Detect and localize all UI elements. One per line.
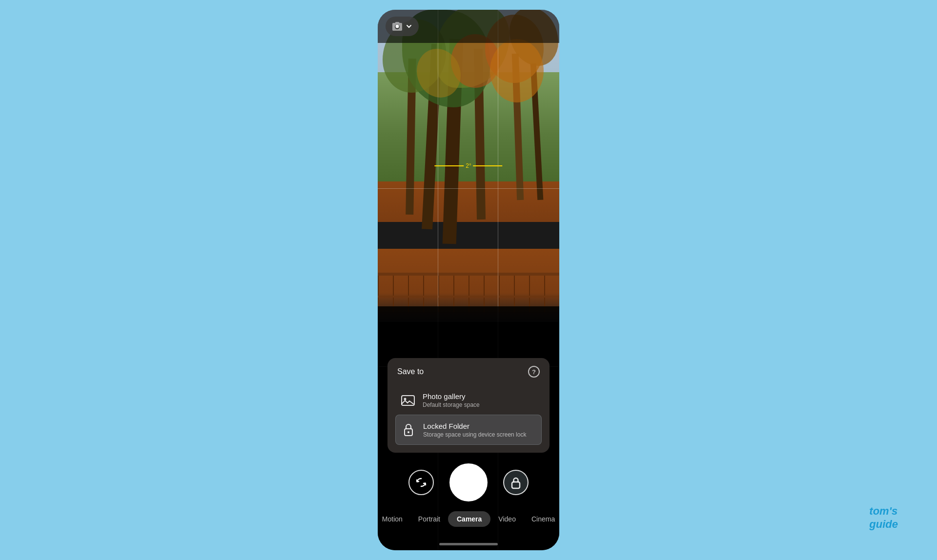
level-indicator: 2° bbox=[434, 162, 502, 169]
shutter-inner bbox=[452, 466, 485, 499]
photo-gallery-option[interactable]: Photo gallery Default storage space bbox=[395, 385, 542, 415]
toms-guide-watermark: tom's guide bbox=[869, 505, 898, 531]
locked-folder-option[interactable]: Locked Folder Storage space using device… bbox=[395, 415, 542, 445]
lock-shortcut-icon bbox=[509, 476, 523, 489]
gallery-icon bbox=[399, 391, 417, 409]
flip-camera-button[interactable] bbox=[408, 470, 434, 495]
camera-icon bbox=[391, 20, 403, 32]
locked-folder-shortcut-button[interactable] bbox=[503, 470, 529, 495]
camera-mode-button[interactable] bbox=[386, 17, 419, 36]
level-line-right bbox=[473, 165, 503, 166]
svg-point-3 bbox=[407, 431, 409, 433]
level-degree: 2° bbox=[466, 162, 471, 169]
phone-frame: 2° Save to ? bbox=[378, 10, 559, 550]
bottom-controls bbox=[378, 463, 559, 501]
save-to-title: Save to bbox=[397, 367, 424, 376]
save-to-panel: Save to ? Photo gallery Default storage … bbox=[387, 358, 550, 453]
tab-camera[interactable]: Camera bbox=[448, 511, 490, 527]
tab-video[interactable]: Video bbox=[490, 511, 524, 527]
locked-folder-name: Locked Folder bbox=[423, 422, 526, 430]
svg-rect-4 bbox=[512, 482, 520, 488]
tab-cinema[interactable]: Cinema bbox=[524, 511, 559, 527]
chevron-down-icon bbox=[405, 22, 413, 30]
shutter-button[interactable] bbox=[449, 463, 488, 501]
mode-tabs: Motion Portrait Camera Video Cinema bbox=[378, 511, 559, 527]
save-to-header: Save to ? bbox=[395, 366, 542, 378]
level-line-left bbox=[434, 165, 464, 166]
top-bar bbox=[378, 10, 559, 43]
flip-icon bbox=[414, 476, 428, 489]
tab-motion[interactable]: Motion bbox=[378, 511, 410, 527]
help-icon[interactable]: ? bbox=[528, 366, 540, 378]
locked-folder-desc: Storage space using device screen lock bbox=[423, 431, 526, 438]
gallery-text: Photo gallery Default storage space bbox=[423, 392, 480, 408]
gallery-desc: Default storage space bbox=[423, 401, 480, 408]
svg-rect-0 bbox=[402, 396, 414, 405]
locked-folder-text: Locked Folder Storage space using device… bbox=[423, 422, 526, 438]
lock-icon bbox=[400, 421, 417, 439]
svg-point-1 bbox=[404, 398, 407, 400]
tab-portrait[interactable]: Portrait bbox=[410, 511, 448, 527]
home-indicator bbox=[439, 543, 498, 545]
gallery-name: Photo gallery bbox=[423, 392, 480, 400]
